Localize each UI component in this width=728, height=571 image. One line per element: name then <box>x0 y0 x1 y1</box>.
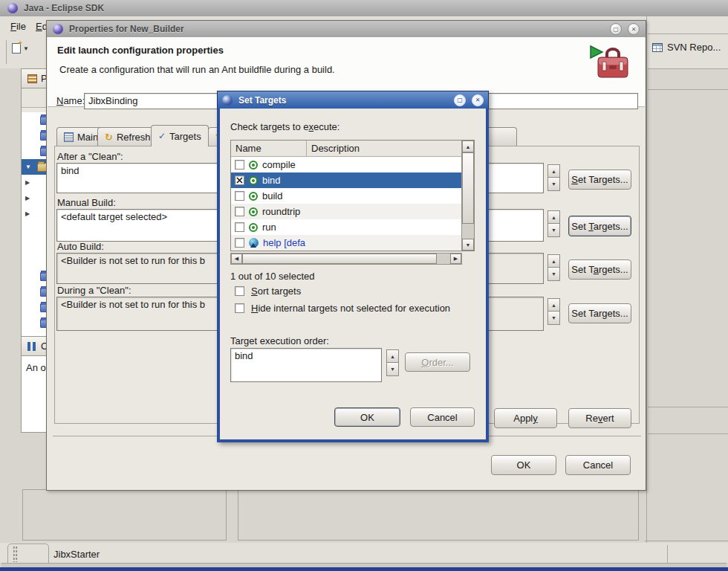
order-button: Order... <box>405 352 470 372</box>
spin-up-icon: ▲ <box>547 210 560 224</box>
new-wizard-button[interactable]: ▼ <box>12 43 29 54</box>
properties-cancel-button[interactable]: Cancel <box>565 455 631 475</box>
checkbox-checked[interactable] <box>235 175 244 185</box>
auto-build-label: Auto Build: <box>57 241 104 252</box>
status-grip-box[interactable] <box>7 543 49 564</box>
collapsed-arrow-icon[interactable]: ▶ <box>25 195 33 201</box>
checkbox-unchecked[interactable] <box>235 303 244 313</box>
toolbar-separator <box>6 40 7 64</box>
checkbox-unchecked[interactable] <box>235 222 244 232</box>
ant-toolbox-icon <box>588 43 633 83</box>
divider <box>648 89 728 90</box>
target-icon <box>249 176 258 185</box>
table-row-build[interactable]: build <box>231 188 461 204</box>
execution-order-label: Target execution order: <box>230 335 329 346</box>
spin-up-icon: ▲ <box>547 254 560 268</box>
tab-targets[interactable]: ✓ Targets <box>151 125 209 146</box>
status-text: JibxStarter <box>53 549 100 560</box>
set-targets-button-4[interactable]: Set Targets... <box>568 303 631 323</box>
name-label: Name: <box>56 95 85 106</box>
menu-file[interactable]: File <box>10 21 26 32</box>
execution-order-field[interactable]: bind <box>230 348 382 382</box>
auto-build-spinner[interactable]: ▲▼ <box>547 254 560 281</box>
target-icon <box>249 192 258 201</box>
collapsed-arrow-icon[interactable]: ▶ <box>25 210 33 217</box>
vertical-scrollbar[interactable]: ▲ ▼ <box>461 141 474 251</box>
drag-grip-icon[interactable] <box>13 546 18 562</box>
eclipse-desktop: { "main_window": { "title": "Java - Ecli… <box>0 0 728 571</box>
set-targets-cancel-button[interactable]: Cancel <box>410 407 475 427</box>
set-targets-button-1[interactable]: Set Targets... <box>568 170 631 190</box>
set-targets-ok-button[interactable]: OK <box>334 407 400 427</box>
main-tab-icon <box>64 132 74 142</box>
checkbox-unchecked[interactable] <box>235 160 244 170</box>
execution-order-spinner[interactable]: ▲▼ <box>386 349 399 376</box>
set-targets-button-2[interactable]: Set Targets... <box>568 216 631 236</box>
targets-table: Name Description compile bind build <box>230 140 475 251</box>
apply-button[interactable]: Apply <box>494 408 557 428</box>
manual-build-spinner[interactable]: ▲▼ <box>547 210 560 237</box>
checkbox-unchecked[interactable] <box>235 191 244 201</box>
checkbox-unchecked[interactable] <box>235 238 244 248</box>
set-targets-button-3[interactable]: Set Targets... <box>568 259 631 280</box>
main-window-titlebar[interactable]: Java - Eclipse SDK <box>0 0 728 16</box>
refresh-icon: ↻ <box>105 132 113 142</box>
after-clean-spinner[interactable]: ▲▼ <box>547 164 560 191</box>
maximize-button[interactable]: ▢ <box>454 94 466 106</box>
package-explorer-icon <box>27 74 37 83</box>
checkbox-unchecked[interactable] <box>235 207 244 216</box>
revert-button[interactable]: Revert <box>568 408 631 428</box>
spin-up-icon: ▲ <box>386 349 399 363</box>
horizontal-scrollbar[interactable]: ◀ ▶ <box>230 253 462 265</box>
divider <box>648 33 728 34</box>
checkbox-unchecked[interactable] <box>235 286 244 296</box>
column-header-description[interactable]: Description <box>307 141 461 156</box>
table-row-run[interactable]: run <box>231 219 461 235</box>
table-row-compile[interactable]: compile <box>231 157 461 172</box>
set-targets-title: Set Targets <box>238 95 448 106</box>
properties-ok-button[interactable]: OK <box>491 455 556 475</box>
scrollbar-thumb[interactable] <box>462 152 474 224</box>
collapsed-arrow-icon[interactable]: ▶ <box>25 179 33 186</box>
scrollbar-thumb[interactable] <box>242 254 437 264</box>
scroll-up-icon[interactable]: ▲ <box>462 141 474 152</box>
properties-dialog-titlebar[interactable]: Properties for New_Builder ▢ ✕ <box>47 21 646 37</box>
divider <box>648 433 728 434</box>
set-targets-titlebar[interactable]: Set Targets ▢ ✕ <box>217 91 489 109</box>
hide-internal-checkbox[interactable]: Hide internal targets not selected for e… <box>235 303 450 314</box>
header-description: Create a configuration that will run an … <box>59 64 335 75</box>
targets-check-icon: ✓ <box>158 132 166 141</box>
spin-up-icon: ▲ <box>547 164 560 178</box>
during-clean-label: During a "Clean": <box>57 285 131 296</box>
sort-targets-checkbox[interactable]: Sort targets <box>235 286 301 297</box>
tab-refresh[interactable]: ↻ Refresh <box>97 127 157 146</box>
after-clean-label: After a "Clean": <box>57 151 123 162</box>
table-row-roundtrip[interactable]: roundtrip <box>231 204 461 219</box>
table-row-help-default[interactable]: help [defa <box>231 235 461 251</box>
main-window-title: Java - Eclipse SDK <box>24 3 104 13</box>
status-divider <box>667 545 668 563</box>
scroll-right-icon[interactable]: ▶ <box>450 254 461 264</box>
selection-summary: 1 out of 10 selected <box>230 271 314 282</box>
dropdown-arrow-icon[interactable]: ▼ <box>23 45 29 52</box>
target-icon <box>249 223 258 232</box>
spin-down-icon: ▼ <box>547 224 560 237</box>
scroll-down-icon[interactable]: ▼ <box>462 239 474 251</box>
close-button[interactable]: ✕ <box>472 94 484 106</box>
window-bottom-border <box>0 567 728 571</box>
editor-area-divider[interactable] <box>646 16 647 563</box>
bottom-panel-left <box>22 489 227 541</box>
spin-up-icon: ▲ <box>547 298 560 312</box>
close-button[interactable]: ✕ <box>628 23 640 35</box>
spin-down-icon: ▼ <box>547 312 560 325</box>
maximize-button[interactable]: ▢ <box>610 23 622 35</box>
table-row-bind-selected[interactable]: bind <box>231 172 461 188</box>
set-targets-body: Check targets to execute: Name Descripti… <box>217 109 489 442</box>
expanded-arrow-icon[interactable]: ▼ <box>25 164 33 170</box>
scroll-left-icon[interactable]: ◀ <box>231 254 242 264</box>
new-document-icon <box>12 43 21 54</box>
column-header-name[interactable]: Name <box>231 141 307 156</box>
table-body: compile bind build roundtrip <box>231 157 461 251</box>
during-clean-spinner[interactable]: ▲▼ <box>547 298 560 325</box>
svn-repositories-tab[interactable]: SVN Repo... <box>652 42 721 53</box>
